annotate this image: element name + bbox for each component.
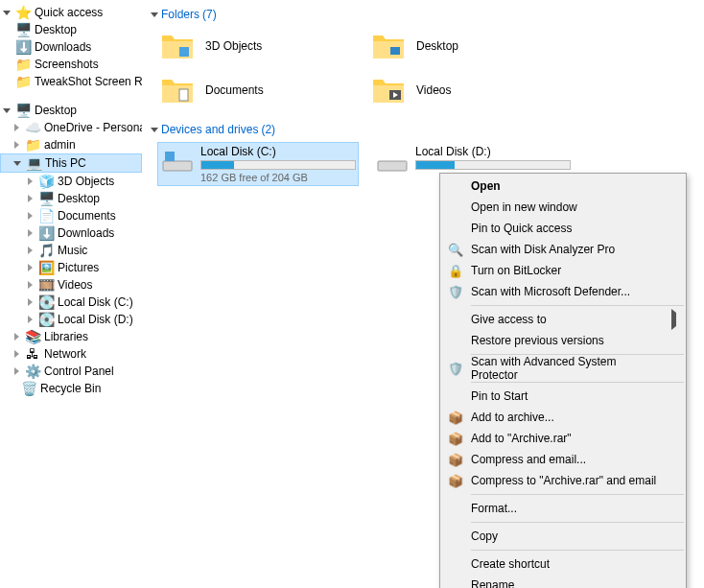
nav-local-disk-c[interactable]: 💽Local Disk (C:): [0, 294, 142, 311]
defender-icon: 🛡️: [448, 284, 463, 299]
nav-network[interactable]: 🖧Network: [0, 345, 142, 363]
folder-icon: 📁: [15, 57, 31, 72]
ctx-compress-email[interactable]: 📦Compress and email...: [442, 449, 684, 470]
nav-pc-pictures[interactable]: 🖼️Pictures: [0, 259, 142, 276]
nav-admin[interactable]: 📁admin: [0, 136, 142, 153]
nav-label: Recycle Bin: [40, 382, 101, 395]
folder-documents[interactable]: Documents: [157, 71, 349, 109]
nav-tweakshot-qa[interactable]: 📁TweakShot Screen Reco: [0, 73, 142, 90]
nav-label: This PC: [45, 156, 86, 170]
drives-section-header[interactable]: Devices and drives (2): [150, 123, 696, 136]
nav-label: Desktop: [58, 192, 100, 205]
videos-icon: 🎞️: [38, 277, 54, 293]
network-icon: 🖧: [25, 346, 40, 362]
nav-pc-desktop[interactable]: 🖥️Desktop: [0, 190, 142, 207]
folder-3d-objects[interactable]: 3D Objects: [157, 27, 349, 65]
folder-icon: [368, 70, 409, 110]
disk-analyzer-icon: 🔍: [448, 242, 463, 257]
nav-control-panel[interactable]: ⚙️Control Panel: [0, 363, 142, 380]
svg-rect-2: [179, 89, 188, 101]
nav-label: Music: [58, 244, 87, 257]
drive-icon: [160, 145, 195, 179]
chevron-right-icon: [25, 194, 35, 203]
ctx-create-shortcut[interactable]: Create shortcut: [442, 553, 684, 575]
ctx-rename[interactable]: Rename: [442, 575, 684, 588]
chevron-right-icon: [25, 297, 35, 307]
ctx-label: Add to "Archive.rar": [471, 432, 572, 445]
nav-desktop-qa[interactable]: 🖥️Desktop: [0, 21, 142, 38]
nav-pc-music[interactable]: 🎵Music: [0, 242, 142, 259]
folder-desktop[interactable]: Desktop: [368, 27, 560, 65]
drive-local-c[interactable]: Local Disk (C:) 162 GB free of 204 GB: [157, 142, 359, 186]
ctx-label: Open: [471, 179, 501, 193]
folder-label: Videos: [416, 83, 451, 97]
ctx-open[interactable]: Open: [442, 176, 684, 197]
chevron-right-icon: [25, 315, 35, 324]
desktop-icon: 🖥️: [38, 191, 54, 206]
ctx-add-archive[interactable]: 📦Add to archive...: [442, 407, 684, 428]
nav-label: Documents: [58, 209, 116, 223]
ctx-add-archive-rar[interactable]: 📦Add to "Archive.rar": [442, 428, 684, 449]
nav-screenshots-qa[interactable]: 📁Screenshots: [0, 56, 142, 73]
nav-downloads-qa[interactable]: ⬇️Downloads: [0, 38, 142, 56]
ctx-compress-rar-email[interactable]: 📦Compress to "Archive.rar" and email: [442, 470, 684, 491]
ctx-label: Add to archive...: [471, 411, 554, 424]
nav-label: Libraries: [44, 330, 88, 343]
ctx-bitlocker[interactable]: 🔒Turn on BitLocker: [442, 260, 684, 281]
ctx-label: Give access to: [471, 313, 547, 326]
ctx-label: Compress and email...: [471, 453, 586, 466]
drive-icon: 💽: [38, 312, 54, 327]
ctx-scan-disk-analyzer[interactable]: 🔍Scan with Disk Analyzer Pro: [442, 239, 684, 260]
folder-videos[interactable]: Videos: [368, 71, 560, 109]
libraries-icon: 📚: [25, 329, 40, 344]
ctx-scan-asp[interactable]: 🛡️Scan with Advanced System Protector: [442, 358, 684, 379]
nav-label: Control Panel: [44, 365, 114, 378]
folder-icon: [157, 70, 198, 110]
nav-onedrive[interactable]: ☁️OneDrive - Personal: [0, 119, 142, 136]
ctx-label: Compress to "Archive.rar" and email: [471, 474, 656, 487]
svg-rect-7: [378, 161, 407, 171]
nav-label: Desktop: [35, 23, 77, 36]
nav-quick-access[interactable]: ⭐Quick access: [0, 4, 142, 21]
drive-usage-bar: [200, 160, 356, 170]
folder-icon: [368, 26, 409, 66]
nav-desktop-root[interactable]: 🖥️Desktop: [0, 102, 142, 119]
ctx-open-new-window[interactable]: Open in new window: [442, 197, 684, 218]
navigation-pane: ⭐Quick access 🖥️Desktop ⬇️Downloads 📁Scr…: [0, 0, 142, 588]
nav-recycle-bin[interactable]: 🗑️Recycle Bin: [0, 380, 142, 397]
svg-rect-0: [179, 47, 189, 57]
desktop-icon: 🖥️: [15, 22, 31, 37]
folders-section-header[interactable]: Folders (7): [150, 8, 696, 21]
ctx-pin-start[interactable]: Pin to Start: [442, 386, 684, 407]
asp-icon: 🛡️: [448, 361, 463, 376]
ctx-copy[interactable]: Copy: [442, 526, 684, 547]
ctx-pin-quick-access[interactable]: Pin to Quick access: [442, 218, 684, 239]
chevron-right-icon: [25, 211, 35, 221]
section-count: (2): [261, 123, 275, 136]
svg-rect-1: [390, 47, 400, 55]
chevron-right-icon: [12, 366, 21, 376]
nav-local-disk-d[interactable]: 💽Local Disk (D:): [0, 311, 142, 328]
rar-icon: 📦: [448, 473, 463, 488]
nav-this-pc[interactable]: 💻This PC: [0, 153, 142, 173]
chevron-right-icon: [25, 280, 35, 290]
ctx-label: Create shortcut: [471, 557, 550, 571]
drive-usage-bar: [415, 160, 571, 170]
ctx-label: Scan with Disk Analyzer Pro: [471, 243, 615, 256]
ctx-give-access[interactable]: Give access to: [442, 309, 684, 330]
nav-pc-downloads[interactable]: ⬇️Downloads: [0, 224, 142, 242]
nav-label: Screenshots: [35, 58, 99, 71]
nav-libraries[interactable]: 📚Libraries: [0, 328, 142, 345]
control-panel-icon: ⚙️: [25, 364, 40, 379]
chevron-right-icon: [25, 228, 35, 238]
ctx-restore-versions[interactable]: Restore previous versions: [442, 330, 684, 351]
nav-pc-videos[interactable]: 🎞️Videos: [0, 276, 142, 294]
ctx-label: Pin to Quick access: [471, 222, 572, 235]
context-menu: Open Open in new window Pin to Quick acc…: [439, 173, 687, 588]
ctx-label: Pin to Start: [471, 389, 528, 403]
nav-pc-documents[interactable]: 📄Documents: [0, 207, 142, 224]
nav-3d-objects[interactable]: 🧊3D Objects: [0, 173, 142, 190]
ctx-format[interactable]: Format...: [442, 498, 684, 519]
ctx-defender[interactable]: 🛡️Scan with Microsoft Defender...: [442, 281, 684, 302]
nav-label: Videos: [58, 278, 92, 292]
